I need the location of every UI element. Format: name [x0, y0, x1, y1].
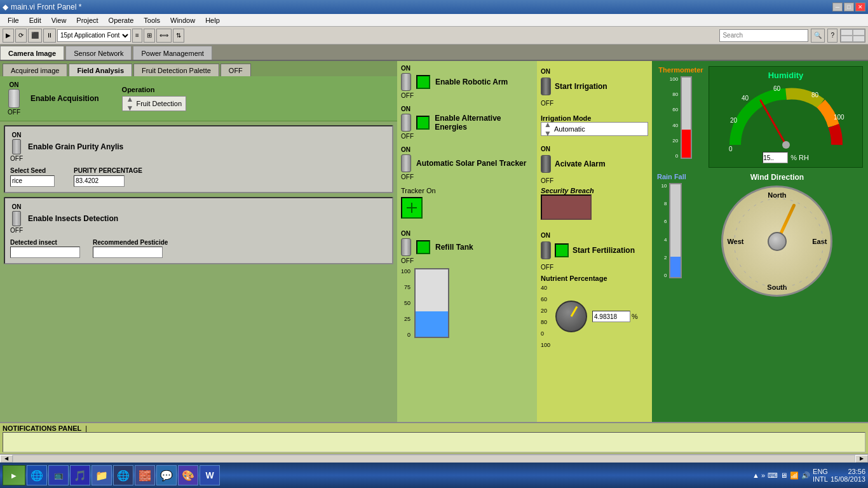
grain-toggle[interactable] — [12, 139, 21, 154]
tab-camera-image[interactable]: Camera Image — [0, 46, 64, 60]
taskbar-brick[interactable]: 🧱 — [135, 465, 155, 485]
toolbar-reorder[interactable]: ⇅ — [173, 29, 184, 43]
solar-toggle[interactable] — [401, 154, 411, 172]
alarm-off: OFF — [541, 177, 553, 184]
robotic-label: Enable Robotic Arm — [435, 78, 508, 86]
tab-fruit-detection[interactable]: Fruit Detection Palette — [133, 64, 219, 76]
toolbar-resize[interactable]: ⟺ — [156, 29, 172, 43]
irrigation-mode-select[interactable]: ▲▼ Automatic — [541, 122, 648, 136]
refill-on: ON — [401, 230, 533, 237]
svg-text:40: 40 — [742, 95, 749, 102]
toolbar-abort[interactable]: ⬛ — [28, 29, 42, 43]
tab-sensor-network[interactable]: Sensor Network — [65, 46, 132, 60]
menu-tools[interactable]: Tools — [139, 17, 165, 24]
alternative-label: Enable Alternative Energies — [435, 114, 533, 132]
menu-file[interactable]: File — [3, 17, 24, 24]
toolbar-run[interactable]: ▶ — [3, 29, 14, 43]
nutrient-input[interactable] — [592, 311, 630, 322]
irrigation-toggle[interactable] — [541, 78, 551, 95]
alarm-on: ON — [541, 146, 550, 152]
tab-field-analysis[interactable]: Field Analysis — [69, 64, 132, 76]
help-button[interactable]: ? — [827, 29, 837, 43]
search-input[interactable] — [719, 29, 808, 42]
toolbar-run-cont[interactable]: ⟳ — [15, 29, 27, 43]
taskbar-keyboard: ⌨ — [768, 471, 778, 480]
robotic-toggle[interactable] — [401, 73, 411, 91]
close-button[interactable]: ✕ — [855, 3, 865, 11]
taskbar-vlc[interactable]: 🎵 — [70, 465, 90, 485]
menu-window[interactable]: Window — [165, 17, 200, 24]
insects-toggle[interactable] — [12, 211, 21, 226]
minimize-button[interactable]: ─ — [832, 3, 843, 11]
acquisition-toggle[interactable] — [8, 89, 20, 108]
left-sub-tabs: Acquired image Field Analysis Fruit Dete… — [0, 61, 397, 76]
alt-off: OFF — [401, 133, 533, 140]
purity-label: PURITY PERCENTAGE — [74, 167, 142, 174]
taskbar-skype[interactable]: 💬 — [156, 465, 177, 485]
compass-disc: North South East West — [721, 186, 832, 297]
toolbar-distribute[interactable]: ⊞ — [144, 29, 155, 43]
taskbar-labview[interactable]: 📺 — [48, 465, 69, 485]
purity-input[interactable] — [74, 175, 125, 187]
maximize-button[interactable]: □ — [844, 3, 854, 11]
menu-help[interactable]: Help — [200, 17, 225, 24]
search-button[interactable]: 🔍 — [811, 29, 825, 43]
refill-toggle[interactable] — [401, 238, 411, 256]
toolbar-align[interactable]: ≡ — [132, 29, 142, 43]
tab-power-management[interactable]: Power Management — [133, 46, 212, 60]
taskbar-right: ▲ » ⌨ 🖥 📶 🔊 ENG INTL 23:56 15/08/2013 — [752, 468, 865, 483]
menu-operate[interactable]: Operate — [104, 17, 139, 24]
tracker-green-indicator — [401, 197, 423, 219]
insects-toggle-container: ON OFF — [10, 203, 23, 234]
fert-off: OFF — [541, 264, 553, 271]
irrigation-row: Start Irrigation — [541, 78, 648, 95]
tank-visual-row: 1007550250 — [401, 268, 533, 338]
grid-view[interactable] — [840, 29, 865, 43]
insects-off-label: OFF — [10, 227, 23, 234]
menu-view[interactable]: View — [46, 17, 72, 24]
thermo-scale: 100806040200 — [670, 76, 678, 159]
humidity-section: Humidity — [709, 66, 863, 168]
toolbar-pause[interactable]: ⏸ — [43, 29, 56, 43]
pesticide-input[interactable] — [93, 247, 163, 258]
tab-acquired-image[interactable]: Acquired image — [3, 64, 67, 76]
instrument-panel: Thermometer 100806040200 Humidity — [652, 61, 868, 422]
thermo-humidity-row: Thermometer 100806040200 Humidity — [657, 66, 863, 168]
font-selector[interactable]: 15pt Application Font — [57, 29, 131, 42]
solar-label: Automatic Solar Panel Tracker — [416, 159, 526, 168]
grain-title: Enable Grain Purity Anylis — [28, 142, 123, 151]
fert-toggle[interactable] — [541, 241, 551, 259]
scroll-left[interactable]: ◀ — [0, 455, 13, 463]
notifications-separator: | — [85, 424, 87, 432]
compass-center — [768, 232, 787, 251]
alternative-toggle[interactable] — [401, 114, 411, 132]
menu-edit[interactable]: Edit — [24, 17, 46, 24]
menu-project[interactable]: Project — [71, 17, 103, 24]
grain-on-label: ON — [12, 132, 22, 139]
solar-row: Automatic Solar Panel Tracker — [401, 154, 533, 172]
taskbar-ie[interactable]: 🌐 — [27, 465, 47, 485]
taskbar-volume[interactable]: 🔊 — [801, 471, 810, 480]
fruit-detection-label: Fruit Detection — [136, 100, 182, 107]
nutrient-knob[interactable] — [555, 301, 587, 332]
humidity-input[interactable] — [763, 152, 788, 163]
acquisition-area: ON OFF Enable Acquisition Operation ▲▼ F… — [0, 76, 397, 121]
alarm-toggle[interactable] — [541, 155, 551, 173]
start-button[interactable]: ▶ — [3, 465, 25, 485]
scroll-track[interactable] — [13, 456, 855, 462]
taskbar-paint[interactable]: 🎨 — [178, 465, 198, 485]
scroll-right[interactable]: ▶ — [855, 455, 868, 463]
taskbar-explorer[interactable]: 📁 — [92, 465, 112, 485]
taskbar-word[interactable]: W — [200, 465, 220, 485]
tab-off[interactable]: OFF — [220, 64, 251, 76]
taskbar-chrome[interactable]: 🌐 — [113, 465, 133, 485]
seed-input[interactable] — [10, 175, 55, 187]
fruit-detection-btn[interactable]: ▲▼ Fruit Detection — [122, 96, 186, 111]
taskbar-expand[interactable]: ▲ » — [752, 471, 765, 479]
grain-fields-row: Select Seed PURITY PERCENTAGE — [10, 167, 387, 187]
acquisition-on-label: ON — [10, 81, 19, 88]
detected-insect-input[interactable] — [10, 247, 80, 258]
security-indicator — [541, 194, 592, 220]
taskbar-network: 🖥 — [780, 471, 787, 479]
thermo-fill — [682, 130, 691, 158]
